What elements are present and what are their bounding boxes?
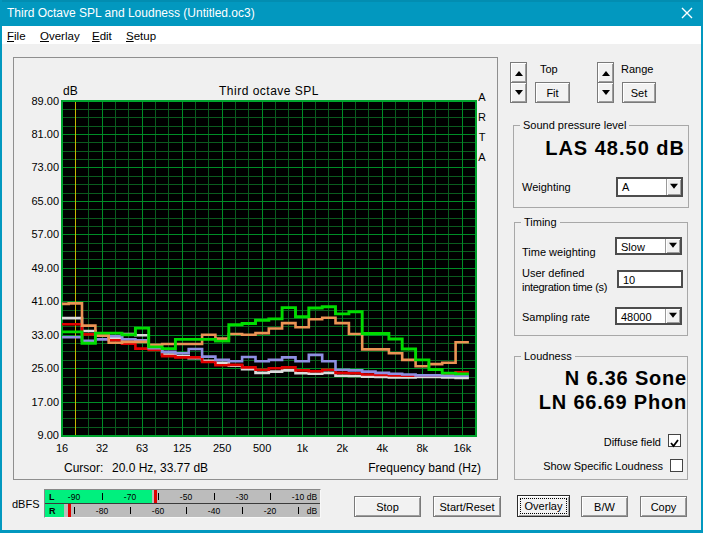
- svg-text:20.0 Hz, 33.77 dB: 20.0 Hz, 33.77 dB: [112, 461, 208, 475]
- svg-text:63: 63: [136, 442, 148, 454]
- svg-text:4k: 4k: [376, 442, 388, 454]
- svg-text:16k: 16k: [453, 442, 471, 454]
- svg-text:57.00: 57.00: [31, 228, 59, 240]
- svg-text:65.00: 65.00: [31, 195, 59, 207]
- svg-text:16: 16: [56, 442, 68, 454]
- svg-text:9.00: 9.00: [38, 429, 59, 441]
- svg-text:41.00: 41.00: [31, 295, 59, 307]
- svg-text:dB: dB: [63, 84, 78, 98]
- svg-text:17.00: 17.00: [31, 396, 59, 408]
- svg-text:33.00: 33.00: [31, 329, 59, 341]
- svg-text:T: T: [479, 131, 486, 143]
- svg-text:250: 250: [213, 442, 231, 454]
- svg-text:1k: 1k: [296, 442, 308, 454]
- svg-text:2k: 2k: [336, 442, 348, 454]
- svg-text:Cursor:: Cursor:: [64, 461, 103, 475]
- svg-text:Third octave SPL: Third octave SPL: [219, 84, 319, 98]
- svg-text:125: 125: [173, 442, 191, 454]
- svg-text:49.00: 49.00: [31, 262, 59, 274]
- svg-text:32: 32: [96, 442, 108, 454]
- svg-text:25.00: 25.00: [31, 362, 59, 374]
- svg-text:73.00: 73.00: [31, 161, 59, 173]
- svg-text:Frequency band (Hz): Frequency band (Hz): [368, 461, 481, 475]
- svg-text:81.00: 81.00: [31, 128, 59, 140]
- svg-text:500: 500: [253, 442, 271, 454]
- svg-text:89.00: 89.00: [31, 95, 59, 107]
- svg-text:A: A: [478, 151, 486, 163]
- svg-text:R: R: [478, 111, 486, 123]
- svg-text:8k: 8k: [416, 442, 428, 454]
- svg-text:A: A: [478, 91, 486, 103]
